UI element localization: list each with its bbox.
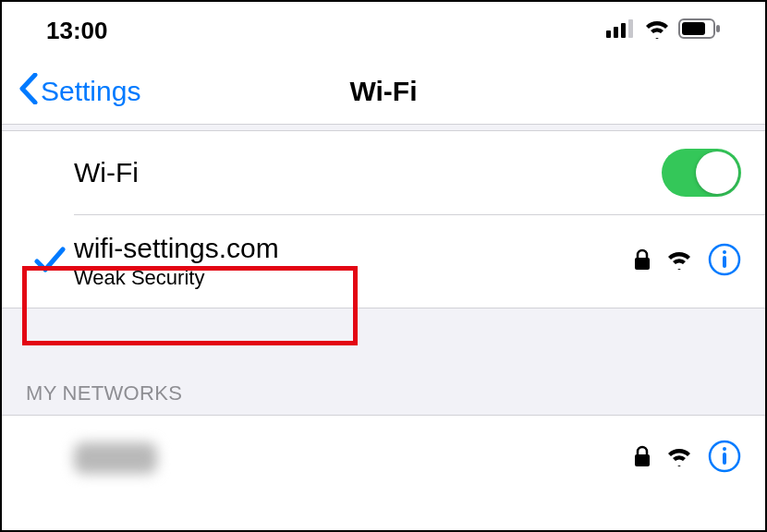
svg-rect-7 — [635, 258, 650, 270]
svg-rect-0 — [606, 30, 611, 38]
chevron-left-icon — [18, 73, 41, 111]
back-label: Settings — [41, 76, 140, 107]
section-header-my-networks: MY NETWORKS — [2, 361, 765, 416]
status-indicators — [606, 18, 721, 42]
battery-icon — [678, 18, 721, 42]
switch-knob — [696, 151, 738, 194]
wifi-signal-icon — [665, 446, 693, 470]
svg-rect-10 — [723, 256, 726, 268]
svg-rect-3 — [628, 19, 633, 38]
svg-rect-14 — [723, 453, 726, 465]
svg-point-9 — [723, 250, 726, 254]
svg-rect-11 — [635, 454, 650, 466]
wifi-signal-icon — [665, 249, 693, 273]
back-button[interactable]: Settings — [18, 73, 140, 111]
info-button[interactable] — [708, 243, 741, 280]
page-title: Wi-Fi — [349, 76, 417, 107]
cellular-icon — [606, 19, 636, 42]
wifi-toggle-row: Wi-Fi — [2, 131, 765, 214]
checkmark-icon — [34, 245, 66, 278]
status-bar: 13:00 — [2, 2, 765, 59]
connected-network-subtitle: Weak Security — [74, 265, 634, 291]
wifi-status-icon — [643, 18, 671, 42]
lock-icon — [634, 248, 651, 274]
wifi-toggle-label: Wi-Fi — [26, 157, 662, 188]
status-time: 13:00 — [46, 17, 108, 45]
redacted-network-name — [74, 442, 157, 474]
svg-rect-1 — [614, 27, 618, 38]
lock-icon — [634, 445, 651, 471]
nav-header: Settings Wi-Fi — [2, 59, 765, 124]
network-row[interactable] — [2, 416, 765, 501]
connected-network-row[interactable]: wifi-settings.com Weak Security — [2, 215, 765, 308]
svg-rect-6 — [716, 25, 720, 32]
svg-rect-5 — [682, 22, 705, 35]
svg-rect-2 — [621, 23, 626, 38]
info-button[interactable] — [708, 440, 741, 477]
svg-point-13 — [723, 447, 726, 451]
connected-network-name: wifi-settings.com — [74, 233, 634, 265]
wifi-toggle-switch[interactable] — [662, 149, 741, 197]
